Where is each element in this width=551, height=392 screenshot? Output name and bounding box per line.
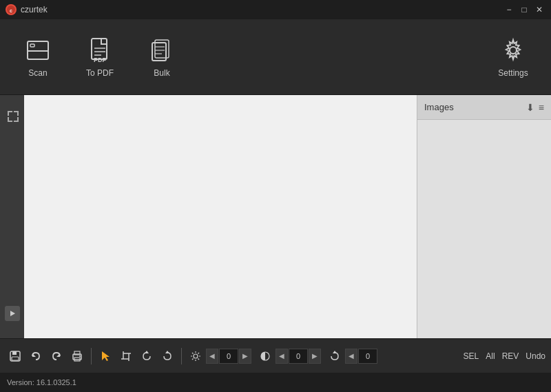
app-title: czurtek bbox=[21, 5, 48, 14]
status-bar: Version: 16.1.0325.1 bbox=[0, 373, 551, 392]
contrast-group: ◀ 0 ▶ bbox=[256, 347, 321, 366]
toolbar-scan-button[interactable]: Scan bbox=[7, 26, 69, 88]
main-toolbar: Scan PDF To PDF Bulk bbox=[0, 19, 551, 95]
separator-2 bbox=[181, 348, 182, 364]
toolbar-topdf-button[interactable]: PDF To PDF bbox=[69, 26, 131, 88]
select-tool-button[interactable] bbox=[96, 347, 115, 366]
app-logo: c bbox=[6, 4, 17, 15]
svg-text:c: c bbox=[10, 8, 12, 13]
close-button[interactable]: ✕ bbox=[533, 3, 545, 16]
bulk-icon bbox=[148, 37, 176, 64]
svg-marker-32 bbox=[165, 351, 169, 353]
title-bar: c czurtek − □ ✕ bbox=[0, 0, 551, 19]
play-button[interactable] bbox=[5, 306, 20, 321]
svg-rect-18 bbox=[12, 351, 17, 355]
side-panel bbox=[0, 95, 24, 338]
svg-rect-4 bbox=[30, 44, 34, 47]
contrast-decrease-button[interactable]: ◀ bbox=[276, 349, 288, 364]
save-button[interactable] bbox=[6, 347, 25, 366]
rev-button[interactable]: REV bbox=[502, 351, 519, 361]
svg-marker-20 bbox=[32, 353, 36, 357]
all-button[interactable]: All bbox=[486, 351, 495, 361]
scan-bracket-icon bbox=[6, 109, 21, 124]
svg-rect-19 bbox=[12, 357, 19, 360]
rotate-icon bbox=[325, 347, 344, 366]
svg-line-40 bbox=[198, 353, 200, 354]
title-bar-left: c czurtek bbox=[6, 4, 48, 15]
svg-point-15 bbox=[510, 47, 517, 54]
rotate-cw-button[interactable] bbox=[158, 347, 177, 366]
topdf-icon: PDF bbox=[86, 37, 114, 64]
svg-marker-21 bbox=[56, 353, 60, 357]
download-icon[interactable]: ⬇ bbox=[526, 102, 534, 113]
bulk-label: Bulk bbox=[154, 68, 169, 78]
settings-icon bbox=[499, 37, 527, 64]
svg-line-41 bbox=[192, 358, 194, 360]
svg-marker-16 bbox=[10, 311, 15, 316]
contrast-increase-button[interactable]: ▶ bbox=[309, 349, 321, 364]
svg-marker-26 bbox=[102, 351, 110, 361]
toolbar-settings-button[interactable]: Settings bbox=[482, 26, 544, 88]
print-button[interactable] bbox=[67, 347, 87, 366]
undo-button[interactable] bbox=[26, 347, 45, 366]
scan-label: Scan bbox=[28, 68, 47, 78]
sel-button[interactable]: SEL bbox=[464, 351, 479, 361]
svg-line-38 bbox=[192, 353, 194, 354]
main-area: Images ⬇ ≡ bbox=[0, 95, 551, 338]
separator-1 bbox=[91, 348, 92, 364]
right-panel-header: Images ⬇ ≡ bbox=[417, 95, 551, 120]
bottom-toolbar: ◀ 0 ▶ ◀ 0 ▶ ◀ 0 SEL All REV Undo bbox=[0, 338, 551, 373]
brightness-value: 0 bbox=[219, 349, 238, 364]
brightness-decrease-button[interactable]: ◀ bbox=[206, 349, 218, 364]
contrast-icon bbox=[256, 347, 275, 366]
undo-label-button[interactable]: Undo bbox=[526, 351, 545, 361]
rotate-value: 0 bbox=[358, 349, 377, 364]
svg-line-39 bbox=[198, 358, 200, 360]
right-labels: SEL All REV Undo bbox=[464, 351, 545, 361]
version-text: Version: 16.1.0325.1 bbox=[7, 378, 76, 386]
canvas-area bbox=[0, 95, 417, 338]
minimize-button[interactable]: − bbox=[503, 3, 515, 16]
svg-marker-31 bbox=[145, 351, 149, 353]
contrast-value: 0 bbox=[289, 349, 308, 364]
rotate-ccw-button[interactable] bbox=[137, 347, 156, 366]
grid-icon[interactable]: ≡ bbox=[539, 102, 544, 113]
images-title: Images bbox=[424, 102, 454, 112]
svg-point-25 bbox=[79, 355, 81, 357]
brightness-icon bbox=[186, 347, 205, 366]
redo-button[interactable] bbox=[47, 347, 66, 366]
svg-marker-43 bbox=[333, 351, 337, 353]
right-panel: Images ⬇ ≡ bbox=[417, 95, 551, 338]
title-bar-controls: − □ ✕ bbox=[503, 3, 545, 16]
svg-point-33 bbox=[194, 354, 198, 358]
images-content bbox=[417, 120, 551, 338]
crop-button[interactable] bbox=[116, 347, 136, 366]
scan-icon bbox=[24, 37, 52, 64]
settings-label: Settings bbox=[498, 68, 528, 78]
right-panel-icons: ⬇ ≡ bbox=[526, 102, 544, 113]
topdf-label: To PDF bbox=[86, 68, 114, 78]
rotate-group: ◀ 0 bbox=[325, 347, 377, 366]
svg-text:PDF: PDF bbox=[94, 56, 107, 63]
maximize-button[interactable]: □ bbox=[518, 3, 530, 16]
brightness-increase-button[interactable]: ▶ bbox=[239, 349, 251, 364]
toolbar-bulk-button[interactable]: Bulk bbox=[131, 26, 193, 88]
brightness-group: ◀ 0 ▶ bbox=[186, 347, 251, 366]
rotate-decrease-button[interactable]: ◀ bbox=[345, 349, 357, 364]
